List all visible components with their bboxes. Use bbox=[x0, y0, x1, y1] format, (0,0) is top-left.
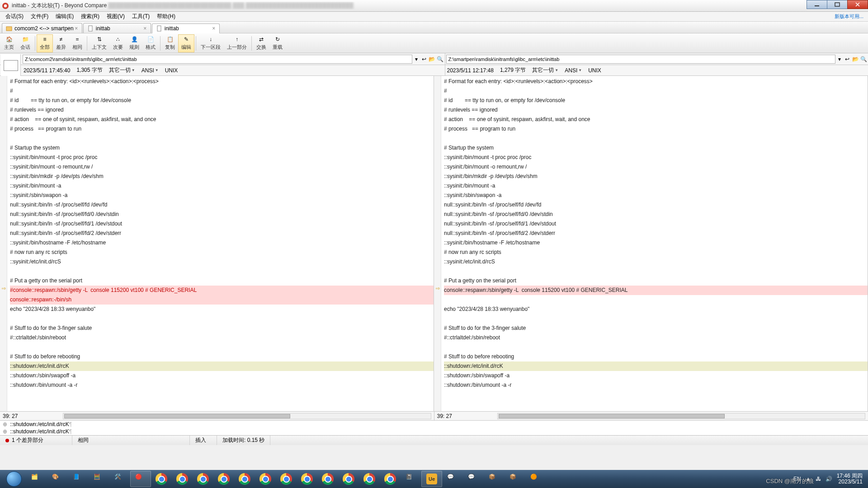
code-line[interactable]: # action == one of sysinit, respawn, ask… bbox=[444, 115, 868, 124]
code-line[interactable]: ::sysinit:/etc/init.d/rcS bbox=[10, 257, 434, 267]
code-line[interactable]: # Format for each entry: <id>:<runlevels… bbox=[444, 77, 868, 86]
code-line[interactable] bbox=[10, 267, 434, 276]
taskbar-wechat[interactable]: 💬 bbox=[463, 471, 484, 487]
code-line[interactable]: null::sysinit:/bin/ln -sf /proc/self/fd … bbox=[10, 200, 434, 210]
minimize-button[interactable] bbox=[807, 0, 827, 9]
taskbar-chrome[interactable] bbox=[234, 471, 255, 487]
code-line[interactable] bbox=[444, 295, 868, 305]
tb-context[interactable]: ⇅上下文 bbox=[89, 34, 110, 52]
code-line[interactable]: # process == program to run bbox=[444, 124, 868, 134]
taskbar-ultraedit[interactable]: Ue bbox=[421, 471, 442, 487]
taskbar-notepad[interactable]: 📓 bbox=[401, 471, 421, 487]
code-line[interactable]: echo "2023/4/28 18:33 wenyuanbo" bbox=[444, 305, 868, 314]
tb-rules[interactable]: 👤规则 bbox=[126, 34, 142, 52]
tray-chevron-icon[interactable]: ▲ bbox=[806, 476, 811, 482]
code-line[interactable] bbox=[444, 343, 868, 352]
code-line[interactable]: ::sysinit:/etc/init.d/rcS bbox=[444, 257, 868, 267]
code-line[interactable]: ::shutdown:/sbin/swapoff -a bbox=[10, 371, 434, 380]
maximize-button[interactable] bbox=[827, 0, 848, 9]
code-line[interactable]: echo "2023/4/28 18:33 wenyuanbo" bbox=[10, 305, 434, 314]
session-tab[interactable]: inittab × bbox=[152, 23, 220, 33]
code-line[interactable]: null::sysinit:/bin/ln -sf /proc/self/fd/… bbox=[444, 210, 868, 219]
taskbar-app2[interactable]: 🛠️ bbox=[109, 471, 130, 487]
tb-edit[interactable]: ✎编辑 bbox=[178, 34, 194, 52]
right-path-input[interactable] bbox=[446, 55, 836, 64]
code-line[interactable]: ::sysinit:/bin/mount -a bbox=[10, 181, 434, 191]
code-line[interactable]: ::sysinit:/bin/mount -o remount,rw / bbox=[10, 162, 434, 172]
code-line[interactable]: # process == program to run bbox=[10, 124, 434, 134]
tb-all[interactable]: ≡全部 bbox=[37, 34, 53, 52]
taskbar-chrome[interactable] bbox=[255, 471, 276, 487]
code-line[interactable] bbox=[10, 314, 434, 324]
tray-clock[interactable]: 17:46 周四2023/5/11 bbox=[837, 473, 863, 485]
taskbar-app[interactable]: 📘 bbox=[68, 471, 89, 487]
code-line[interactable]: # bbox=[444, 86, 868, 96]
code-line[interactable] bbox=[444, 267, 868, 276]
code-line[interactable]: # bbox=[10, 86, 434, 96]
tb-format[interactable]: 📄格式 bbox=[142, 34, 159, 52]
path-back-icon[interactable]: ↩ bbox=[844, 56, 851, 63]
code-line[interactable]: null::sysinit:/bin/ln -sf /proc/self/fd/… bbox=[10, 210, 434, 219]
right-code[interactable]: # Format for each entry: <id>:<runlevels… bbox=[441, 76, 868, 411]
tb-diff[interactable]: ≠差异 bbox=[53, 34, 69, 52]
code-line[interactable]: # now run any rc scripts bbox=[10, 248, 434, 257]
taskbar-chrome[interactable] bbox=[338, 471, 359, 487]
code-line[interactable]: ::shutdown:/etc/init.d/rcK bbox=[444, 361, 868, 371]
code-line[interactable]: #::ctrlaltdel:/sbin/reboot bbox=[10, 333, 434, 343]
code-line[interactable]: ::sysinit:/bin/hostname -F /etc/hostname bbox=[10, 238, 434, 248]
tb-home[interactable]: 🏠主页 bbox=[1, 34, 17, 52]
code-line[interactable]: # Stuff to do for the 3-finger salute bbox=[444, 324, 868, 333]
code-line[interactable]: null::sysinit:/bin/ln -sf /proc/self/fd/… bbox=[10, 219, 434, 229]
code-line[interactable]: # Startup the system bbox=[444, 143, 868, 153]
taskbar-chrome[interactable] bbox=[380, 471, 401, 487]
updates-link[interactable]: 新版本可用... bbox=[835, 13, 866, 20]
code-line[interactable]: # Stuff to do before rebooting bbox=[10, 352, 434, 361]
code-line[interactable]: ::sysinit:/bin/mount -o remount,rw / bbox=[444, 162, 868, 172]
code-line[interactable]: # Put a getty on the serial port bbox=[444, 276, 868, 286]
code-line[interactable]: null::sysinit:/bin/ln -sf /proc/self/fd/… bbox=[10, 229, 434, 238]
code-line[interactable]: ::shutdown:/sbin/swapoff -a bbox=[444, 371, 868, 380]
start-button[interactable] bbox=[2, 470, 26, 488]
code-line[interactable]: ::shutdown:/bin/umount -a -r bbox=[10, 380, 434, 390]
code-line[interactable] bbox=[10, 343, 434, 352]
code-line[interactable]: ::sysinit:/bin/mkdir -p /dev/pts /dev/sh… bbox=[444, 172, 868, 181]
code-line[interactable]: # Startup the system bbox=[10, 143, 434, 153]
code-line[interactable]: # Put a getty on the serial port bbox=[10, 276, 434, 286]
path-back-icon[interactable]: ↩ bbox=[420, 56, 428, 63]
code-line[interactable]: # now run any rc scripts bbox=[444, 248, 868, 257]
menu-file[interactable]: 文件(F) bbox=[27, 12, 52, 21]
browse-icon[interactable]: 🔍 bbox=[437, 56, 444, 63]
taskbar-chrome[interactable] bbox=[151, 471, 172, 487]
session-tab[interactable]: comcom2 <--> smartpen × bbox=[2, 23, 82, 33]
code-line[interactable]: null::sysinit:/bin/ln -sf /proc/self/fd … bbox=[444, 200, 868, 210]
code-line[interactable]: console::respawn:-/bin/sh bbox=[10, 295, 434, 305]
open-folder-icon[interactable]: 📂 bbox=[852, 56, 859, 63]
tb-next-section[interactable]: ↓下一区段 bbox=[198, 34, 224, 52]
taskbar-app3[interactable]: 📦 bbox=[484, 471, 505, 487]
taskbar-calc[interactable]: 🧮 bbox=[89, 471, 109, 487]
taskbar-bc[interactable]: 🔴 bbox=[130, 471, 151, 487]
tb-session[interactable]: 📁会话 bbox=[17, 34, 33, 52]
tb-reload[interactable]: ↻重载 bbox=[269, 34, 286, 52]
session-tab[interactable]: inittab × bbox=[83, 23, 151, 33]
menu-session[interactable]: 会话(S) bbox=[2, 12, 27, 21]
code-line[interactable]: ::sysinit:/bin/mount -t proc proc /proc bbox=[10, 153, 434, 162]
left-encoding-combo[interactable]: ANSI▼ bbox=[142, 67, 159, 74]
menu-search[interactable]: 搜索(R) bbox=[77, 12, 103, 21]
code-line[interactable]: # Format for each entry: <id>:<runlevels… bbox=[10, 77, 434, 86]
taskbar-app4[interactable]: 📦 bbox=[505, 471, 525, 487]
browse-icon[interactable]: 🔍 bbox=[860, 56, 867, 63]
code-line[interactable]: #console::respawn:/sbin/getty -L console… bbox=[10, 286, 434, 295]
taskbar-chrome[interactable] bbox=[359, 471, 380, 487]
code-line[interactable]: null::sysinit:/bin/ln -sf /proc/self/fd/… bbox=[444, 219, 868, 229]
tb-minor[interactable]: ∴次要 bbox=[110, 34, 126, 52]
taskbar-chrome[interactable] bbox=[276, 471, 297, 487]
path-dropdown-icon[interactable]: ▾ bbox=[836, 56, 843, 62]
code-line[interactable]: ::sysinit:/bin/mkdir -p /dev/pts /dev/sh… bbox=[10, 172, 434, 181]
left-path-input[interactable] bbox=[23, 55, 412, 64]
open-folder-icon[interactable]: 📂 bbox=[429, 56, 436, 63]
code-line[interactable]: # runlevels == ignored bbox=[10, 105, 434, 115]
tab-close-icon[interactable]: × bbox=[74, 26, 79, 31]
tb-same[interactable]: =相同 bbox=[69, 34, 85, 52]
taskbar-wechat[interactable]: 💬 bbox=[442, 471, 463, 487]
